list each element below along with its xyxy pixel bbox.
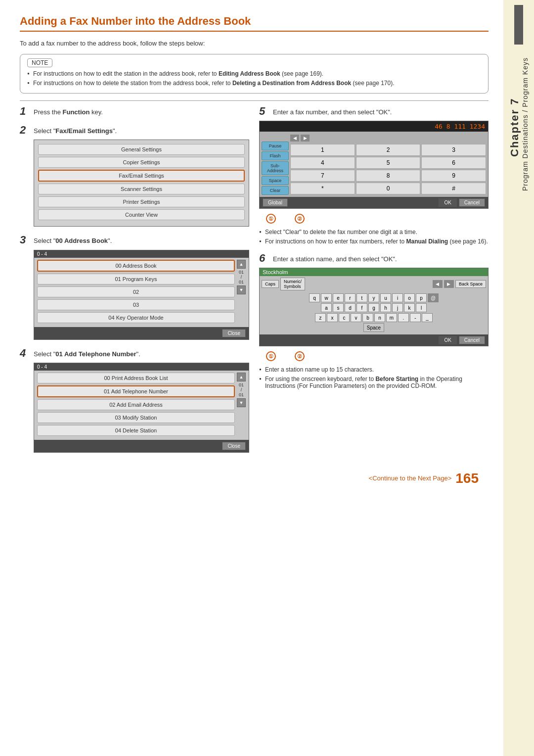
- ok-btn-5[interactable]: OK: [439, 198, 456, 207]
- key-f[interactable]: f: [356, 303, 367, 312]
- step-5: 5 Enter a fax number, and then select "O…: [259, 106, 489, 245]
- key-u[interactable]: u: [380, 293, 391, 302]
- key-w[interactable]: w: [321, 293, 332, 302]
- note-box: NOTE For instructions on how to edit the…: [20, 54, 489, 94]
- circle-3: ①: [266, 351, 276, 361]
- page-title: Adding a Fax Number into the Address Boo…: [20, 15, 489, 32]
- step-2-number: 2: [20, 125, 30, 136]
- key-star[interactable]: *: [290, 183, 355, 194]
- backspace-btn[interactable]: Back Space: [455, 280, 486, 288]
- key-j[interactable]: j: [392, 303, 403, 312]
- caps-btn[interactable]: Caps: [262, 280, 279, 288]
- step-6: 6 Enter a station name, and then select …: [259, 253, 489, 389]
- key-x[interactable]: x: [327, 313, 338, 322]
- circle-indicators-5: ① ②: [264, 214, 489, 224]
- key-h[interactable]: h: [380, 303, 391, 312]
- key-at[interactable]: @: [428, 293, 439, 302]
- space-key[interactable]: Space: [363, 323, 384, 332]
- key-e[interactable]: e: [333, 293, 344, 302]
- kb-footer: OK Cancel: [260, 334, 488, 346]
- section-label: Program Destinations / Program Keys: [521, 57, 529, 191]
- menu-copier: Copier Settings: [38, 157, 245, 168]
- chapter-label: Chapter 7: [508, 57, 521, 197]
- menu-general: General Settings: [38, 144, 245, 155]
- key-n[interactable]: n: [374, 313, 385, 322]
- scroll-down-btn[interactable]: ▼: [237, 285, 246, 294]
- cancel-btn-5[interactable]: Cancel: [459, 198, 485, 207]
- item-modify: 03 Modify Station: [37, 412, 235, 423]
- key-3[interactable]: 3: [421, 144, 486, 156]
- key-i[interactable]: i: [392, 293, 403, 302]
- close-btn-3[interactable]: Close: [222, 329, 246, 337]
- step-4: 4 Select "01 Add Telephone Number". 0 - …: [20, 348, 249, 453]
- key-b[interactable]: b: [362, 313, 373, 322]
- item-print-list: 00 Print Address Book List: [37, 373, 235, 383]
- key-9[interactable]: 9: [421, 170, 486, 182]
- key-v[interactable]: v: [351, 313, 361, 322]
- key-1[interactable]: 1: [290, 144, 355, 156]
- key-l[interactable]: l: [416, 303, 427, 312]
- kb-nav-right[interactable]: ▶: [444, 280, 454, 288]
- key-underscore[interactable]: _: [422, 313, 433, 322]
- close-btn-4[interactable]: Close: [222, 442, 246, 450]
- ok-btn-6[interactable]: OK: [439, 336, 456, 344]
- numeric-btn[interactable]: Numeric/Symbols: [280, 278, 305, 290]
- clear-btn[interactable]: Clear: [262, 186, 289, 195]
- kb-nav-left[interactable]: ◀: [433, 280, 443, 288]
- key-2[interactable]: 2: [356, 144, 421, 156]
- item-program-keys: 01 Program Keys: [37, 274, 235, 284]
- scroll-up-btn-4[interactable]: ▲: [237, 373, 246, 381]
- screen-3-header: 0 - 4: [34, 250, 249, 258]
- menu-printer: Printer Settings: [38, 196, 245, 207]
- global-btn[interactable]: Global: [263, 198, 288, 207]
- key-m[interactable]: m: [386, 313, 397, 322]
- sub-address-btn[interactable]: Sub-Address: [262, 161, 289, 175]
- note-label: NOTE: [27, 58, 52, 67]
- key-s[interactable]: s: [333, 303, 344, 312]
- scroll-up-btn[interactable]: ▲: [237, 260, 246, 269]
- menu-scanner: Scanner Settings: [38, 184, 245, 194]
- key-dot[interactable]: .: [398, 313, 409, 322]
- key-o[interactable]: o: [404, 293, 415, 302]
- step-5-text: Enter a fax number, and then select "OK"…: [273, 106, 392, 117]
- key-5[interactable]: 5: [356, 157, 421, 169]
- key-p[interactable]: p: [416, 293, 427, 302]
- nav-left[interactable]: ◀: [290, 135, 299, 142]
- kb-toolbar: Caps Numeric/Symbols ◀ ▶ Back Space: [260, 276, 488, 292]
- item-02: 02: [37, 286, 235, 297]
- key-hash[interactable]: #: [421, 183, 486, 194]
- cancel-btn-6[interactable]: Cancel: [459, 336, 485, 344]
- sidebar-accent-bar: [514, 5, 523, 45]
- keyboard-rows: q w e r t y u i o p @: [260, 292, 488, 334]
- key-4[interactable]: 4: [290, 157, 355, 169]
- key-d[interactable]: d: [345, 303, 356, 312]
- circle-4: ②: [295, 351, 305, 361]
- space-btn[interactable]: Space: [262, 176, 289, 185]
- key-8[interactable]: 8: [356, 170, 421, 182]
- bottom-bar: <Continue to the Next Page> 165: [20, 466, 489, 491]
- key-dash[interactable]: -: [410, 313, 421, 322]
- bullet-5-2: For instructions on how to enter fax num…: [259, 238, 489, 245]
- right-column: 5 Enter a fax number, and then select "O…: [259, 106, 489, 461]
- key-a[interactable]: a: [321, 303, 332, 312]
- flash-btn[interactable]: Flash: [262, 151, 289, 160]
- pause-btn[interactable]: Pause: [262, 142, 289, 150]
- key-7[interactable]: 7: [290, 170, 355, 182]
- menu-fax: Fax/Email Settings: [38, 170, 245, 182]
- scroll-down-btn-4[interactable]: ▼: [237, 398, 246, 407]
- menu-counter: Counter View: [38, 209, 245, 220]
- item-add-email: 02 Add Email Address: [37, 399, 235, 410]
- step-1: 1 Press the Function key.: [20, 106, 249, 117]
- key-y[interactable]: y: [368, 293, 379, 302]
- key-t[interactable]: t: [356, 293, 367, 302]
- step-3: 3 Select "00 Address Book". 0 - 4 00 Add…: [20, 235, 249, 339]
- key-0[interactable]: 0: [356, 183, 421, 194]
- key-g[interactable]: g: [368, 303, 379, 312]
- key-z[interactable]: z: [315, 313, 326, 322]
- key-c[interactable]: c: [339, 313, 350, 322]
- key-q[interactable]: q: [309, 293, 320, 302]
- nav-right[interactable]: ▶: [301, 135, 310, 142]
- key-k[interactable]: k: [404, 303, 415, 312]
- key-r[interactable]: r: [345, 293, 356, 302]
- key-6[interactable]: 6: [421, 157, 486, 169]
